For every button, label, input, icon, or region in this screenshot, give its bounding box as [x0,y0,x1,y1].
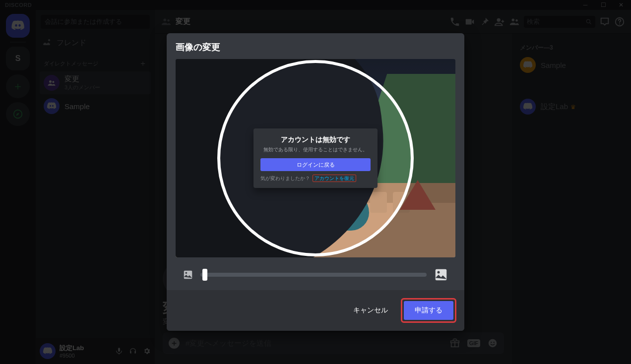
zoom-slider-row [167,257,464,290]
apply-button[interactable]: 申請する [404,301,453,320]
zoom-slider-track[interactable] [200,273,427,277]
svg-point-14 [186,272,188,274]
account-disabled-card: アカウントは無効です 無効である限り、使用することはできません。 ログインに戻る… [253,128,378,188]
back-to-login-button[interactable]: ログインに戻る [260,158,371,171]
image-change-modal: 画像の変更 アカウントは無効です 無効である限り、使用することはできません。 ロ… [167,33,464,331]
zoom-out-icon[interactable] [183,269,193,280]
apply-button-highlight: 申請する [401,298,456,323]
disabled-title: アカウントは無効です [260,135,371,144]
disabled-sub: 無効である限り、使用することはできません。 [260,146,371,153]
changed-mind-label: 気が変わりましたか？ [260,176,310,181]
modal-title: 画像の変更 [176,41,455,53]
zoom-slider-thumb[interactable] [202,269,207,281]
zoom-in-icon[interactable] [434,267,448,282]
disabled-footer: 気が変わりましたか？ アカウントを復元 [260,175,371,182]
image-crop-canvas[interactable]: アカウントは無効です 無効である限り、使用することはできません。 ログインに戻る… [176,59,455,257]
svg-point-16 [438,271,440,274]
cancel-button[interactable]: キャンセル [348,302,393,319]
restore-account-link[interactable]: アカウントを復元 [313,175,356,182]
